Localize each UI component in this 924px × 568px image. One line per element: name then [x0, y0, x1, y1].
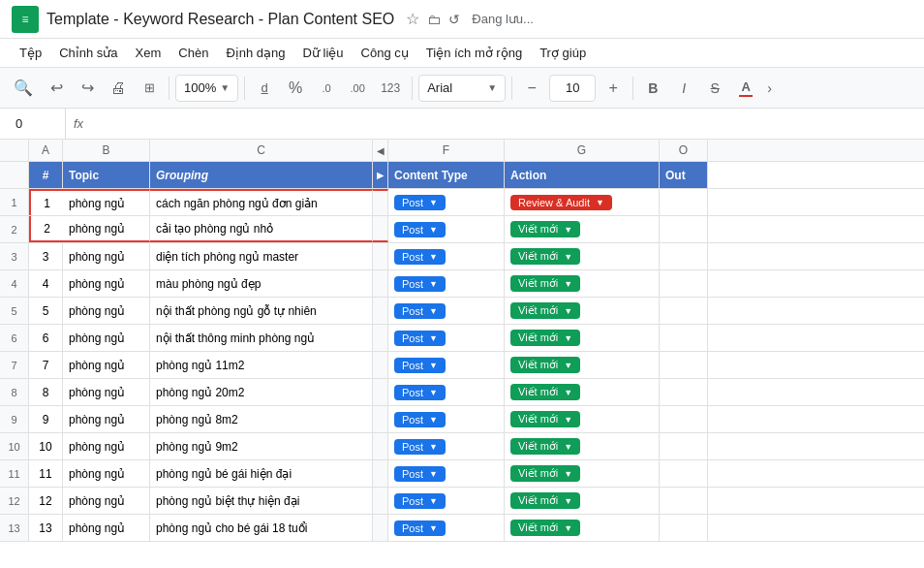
action-dropdown-arrow-2[interactable]: ▼ [564, 225, 572, 235]
font-size-input[interactable]: 10 [549, 75, 596, 102]
post-dropdown-arrow-9[interactable]: ▼ [429, 415, 438, 425]
cell-10-num[interactable]: 10 [29, 433, 63, 459]
cell-13-grouping[interactable]: phòng ngủ cho bé gái 18 tuổi [150, 515, 373, 541]
cell-9-out[interactable] [660, 406, 708, 432]
post-badge-1[interactable]: Post ▼ [394, 195, 446, 210]
cell-12-action[interactable]: Viết mới ▼ [505, 488, 660, 514]
post-dropdown-arrow-11[interactable]: ▼ [429, 469, 438, 479]
cell-12-num[interactable]: 12 [29, 488, 63, 514]
cell-8-out[interactable] [660, 379, 708, 405]
cell-5-num[interactable]: 5 [29, 298, 63, 324]
underline-d-button[interactable]: d [251, 75, 278, 102]
italic-button[interactable]: I [670, 75, 697, 102]
redo-button[interactable]: ↪ [74, 75, 101, 102]
cell-12-content-type[interactable]: Post ▼ [388, 488, 505, 514]
cell-7-grouping[interactable]: phòng ngủ 11m2 [150, 352, 373, 378]
cell-5-content-type[interactable]: Post ▼ [388, 298, 505, 324]
cell-3-out[interactable] [660, 243, 708, 269]
cell-1-out[interactable] [660, 189, 708, 215]
bold-button[interactable]: B [639, 75, 666, 102]
action-badge-4[interactable]: Viết mới ▼ [510, 275, 580, 292]
post-dropdown-arrow-5[interactable]: ▼ [429, 306, 438, 316]
cell-3-content-type[interactable]: Post ▼ [388, 243, 505, 269]
action-dropdown-arrow-9[interactable]: ▼ [564, 415, 572, 425]
action-dropdown-arrow-7[interactable]: ▼ [564, 361, 572, 370]
cell-13-num[interactable]: 13 [29, 515, 63, 541]
action-badge-1[interactable]: Review & Audit ▼ [510, 195, 612, 210]
cell-5-grouping[interactable]: nội thất phòng ngủ gỗ tự nhiên [150, 298, 373, 324]
action-dropdown-arrow-13[interactable]: ▼ [564, 523, 572, 533]
strikethrough-button[interactable]: S [701, 75, 728, 102]
post-badge-8[interactable]: Post ▼ [394, 385, 446, 400]
decimal-decrease-button[interactable]: .0 [313, 75, 340, 102]
cell-9-grouping[interactable]: phòng ngủ 8m2 [150, 406, 373, 432]
zoom-selector[interactable]: 100% ▼ [175, 75, 238, 102]
menu-view[interactable]: Xem [128, 42, 169, 64]
action-dropdown-arrow-4[interactable]: ▼ [564, 279, 572, 289]
action-dropdown-arrow-3[interactable]: ▼ [564, 252, 572, 262]
cell-5-topic[interactable]: phòng ngủ [63, 298, 150, 324]
post-badge-12[interactable]: Post ▼ [394, 493, 446, 509]
cell-3-num[interactable]: 3 [29, 243, 63, 269]
cell-4-num[interactable]: 4 [29, 270, 63, 297]
cell-11-num[interactable]: 11 [29, 460, 63, 487]
format-paint-button[interactable]: ⊞ [136, 75, 163, 102]
cell-11-out[interactable] [660, 460, 708, 487]
cell-2-grouping[interactable]: cải tạo phòng ngủ nhỏ [150, 216, 373, 242]
post-badge-7[interactable]: Post ▼ [394, 358, 446, 373]
more-toolbar-button[interactable]: › [763, 77, 776, 100]
cell-11-action[interactable]: Viết mới ▼ [505, 460, 660, 487]
cell-4-topic[interactable]: phòng ngủ [63, 270, 150, 297]
cell-7-out[interactable] [660, 352, 708, 378]
cell-9-num[interactable]: 9 [29, 406, 63, 432]
cell-4-action[interactable]: Viết mới ▼ [505, 270, 660, 297]
cell-1-topic[interactable]: phòng ngủ [63, 189, 150, 215]
cell-10-content-type[interactable]: Post ▼ [388, 433, 505, 459]
col-header-a[interactable]: A [29, 140, 63, 161]
cell-6-num[interactable]: 6 [29, 325, 63, 351]
cell-2-topic[interactable]: phòng ngủ [63, 216, 150, 242]
post-badge-5[interactable]: Post ▼ [394, 303, 446, 319]
cell-9-action[interactable]: Viết mới ▼ [505, 406, 660, 432]
cell-8-grouping[interactable]: phòng ngủ 20m2 [150, 379, 373, 405]
cell-3-topic[interactable]: phòng ngủ [63, 243, 150, 269]
action-dropdown-arrow-5[interactable]: ▼ [564, 306, 572, 316]
post-dropdown-arrow-6[interactable]: ▼ [429, 333, 438, 343]
folder-icon[interactable]: 🗀 [427, 12, 441, 27]
cell-12-out[interactable] [660, 488, 708, 514]
cell-11-grouping[interactable]: phòng ngủ bé gái hiện đại [150, 460, 373, 487]
action-dropdown-arrow-6[interactable]: ▼ [564, 333, 572, 343]
action-badge-6[interactable]: Viết mới ▼ [510, 330, 580, 346]
font-color-button[interactable]: A [732, 75, 759, 102]
col-header-c[interactable]: C [150, 140, 373, 161]
menu-tools[interactable]: Công cụ [354, 42, 416, 64]
post-dropdown-arrow-3[interactable]: ▼ [429, 252, 438, 262]
undo-button[interactable]: ↩ [43, 75, 70, 102]
cell-10-topic[interactable]: phòng ngủ [63, 433, 150, 459]
cell-10-action[interactable]: Viết mới ▼ [505, 433, 660, 459]
cell-7-topic[interactable]: phòng ngủ [63, 352, 150, 378]
post-badge-2[interactable]: Post ▼ [394, 222, 446, 237]
cell-13-content-type[interactable]: Post ▼ [388, 515, 505, 541]
cell-3-grouping[interactable]: diện tích phòng ngủ master [150, 243, 373, 269]
action-badge-2[interactable]: Viết mới ▼ [510, 221, 580, 237]
menu-help[interactable]: Trợ giúp [532, 42, 594, 64]
post-dropdown-arrow-10[interactable]: ▼ [429, 442, 438, 452]
cell-1-action[interactable]: Review & Audit ▼ [505, 189, 660, 215]
post-badge-13[interactable]: Post ▼ [394, 521, 446, 536]
post-dropdown-arrow-13[interactable]: ▼ [429, 523, 438, 533]
col-header-h[interactable]: O [660, 140, 708, 161]
percent-button[interactable]: % [282, 75, 309, 102]
action-badge-8[interactable]: Viết mới ▼ [510, 384, 580, 400]
cell-2-num[interactable]: 2 [29, 216, 63, 242]
post-badge-11[interactable]: Post ▼ [394, 466, 446, 482]
cell-6-out[interactable] [660, 325, 708, 351]
sync-icon[interactable]: ↺ [448, 12, 460, 27]
action-badge-13[interactable]: Viết mới ▼ [510, 520, 580, 536]
action-dropdown-arrow-1[interactable]: ▼ [596, 198, 604, 207]
cell-1-num[interactable]: 1 [29, 189, 63, 215]
menu-data[interactable]: Dữ liệu [295, 42, 352, 64]
cell-2-content-type[interactable]: Post ▼ [388, 216, 505, 242]
action-badge-5[interactable]: Viết mới ▼ [510, 302, 580, 319]
action-dropdown-arrow-10[interactable]: ▼ [564, 442, 572, 452]
